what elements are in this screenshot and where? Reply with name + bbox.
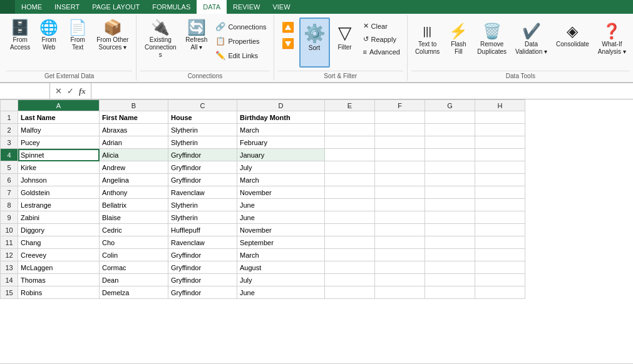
cell[interactable]: Slytherin (168, 136, 237, 149)
row-header-7[interactable]: 7 (1, 186, 18, 199)
cell[interactable]: Alicia (100, 149, 168, 161)
row-header-1[interactable]: 1 (1, 111, 18, 124)
col-header-c[interactable]: C (168, 100, 237, 111)
cell[interactable]: Abraxas (100, 124, 168, 136)
cell[interactable] (325, 286, 375, 299)
cell-reference-box[interactable] (0, 83, 50, 99)
connections-button[interactable]: 🔗 Connections (212, 20, 269, 33)
cell[interactable]: Adrian (100, 136, 168, 149)
row-header-12[interactable]: 12 (1, 249, 18, 261)
cell[interactable] (425, 161, 475, 174)
cell[interactable] (425, 261, 475, 274)
col-header-g[interactable]: G (425, 100, 475, 111)
cell[interactable] (425, 286, 475, 299)
cell[interactable] (375, 261, 425, 274)
cell[interactable] (475, 124, 525, 136)
cell[interactable] (375, 224, 425, 236)
from-access-button[interactable]: 🗄️ FromAccess (6, 18, 34, 68)
cell[interactable]: February (237, 136, 325, 149)
what-if-analysis-button[interactable]: ❓ What-IfAnalysis ▾ (594, 18, 630, 68)
remove-duplicates-button[interactable]: 🗑️ RemoveDuplicates (473, 18, 510, 68)
cell[interactable] (425, 249, 475, 261)
cell[interactable]: Gryffindor (168, 261, 237, 274)
cell[interactable]: Cho (100, 236, 168, 249)
cell[interactable]: Andrew (100, 161, 168, 174)
cell[interactable] (475, 224, 525, 236)
text-to-columns-button[interactable]: ⫼ Text toColumns (411, 18, 443, 68)
cell[interactable]: Gryffindor (168, 286, 237, 299)
cell[interactable] (425, 199, 475, 211)
cell[interactable] (475, 136, 525, 149)
menu-page-layout[interactable]: PAGE LAYOUT (86, 0, 146, 14)
cell[interactable]: Dean (100, 274, 168, 286)
cell[interactable]: Slytherin (168, 124, 237, 136)
cell[interactable]: Gryffindor (168, 249, 237, 261)
cell[interactable]: Malfoy (18, 124, 100, 136)
cell[interactable]: Johnson (18, 174, 100, 186)
cell[interactable]: November (237, 224, 325, 236)
reapply-button[interactable]: ↺ Reapply (360, 33, 403, 45)
menu-data[interactable]: DATA (197, 0, 227, 14)
insert-function-icon[interactable]: fx (78, 86, 87, 96)
col-header-e[interactable]: E (325, 100, 375, 111)
cell[interactable] (325, 236, 375, 249)
cell[interactable]: Zabini (18, 211, 100, 224)
row-header-4[interactable]: 4 (1, 149, 18, 161)
properties-button[interactable]: 📋 Properties (212, 34, 269, 48)
cell[interactable] (475, 236, 525, 249)
cell[interactable]: June (237, 211, 325, 224)
cell[interactable] (475, 249, 525, 261)
col-header-d[interactable]: D (237, 100, 325, 111)
sort-az-button[interactable]: 🔼 (279, 20, 297, 34)
cell[interactable]: Robins (18, 286, 100, 299)
cell[interactable]: Lestrange (18, 199, 100, 211)
clear-button[interactable]: ✕ Clear (360, 20, 403, 32)
cell[interactable]: Bellatrix (100, 199, 168, 211)
cell[interactable] (475, 149, 525, 161)
cell[interactable] (375, 149, 425, 161)
cell[interactable]: Ravenclaw (168, 236, 237, 249)
cell[interactable]: Chang (18, 236, 100, 249)
cell[interactable]: July (237, 161, 325, 174)
cell[interactable] (375, 111, 425, 124)
col-header-f[interactable]: F (375, 100, 425, 111)
row-header-10[interactable]: 10 (1, 224, 18, 236)
consolidate-button[interactable]: ◈ Consolidate (552, 18, 593, 68)
cell[interactable] (475, 199, 525, 211)
row-header-15[interactable]: 15 (1, 286, 18, 299)
cell[interactable] (475, 211, 525, 224)
cell[interactable]: Thomas (18, 274, 100, 286)
cell[interactable] (425, 149, 475, 161)
cell[interactable]: Slytherin (168, 211, 237, 224)
cell[interactable] (325, 174, 375, 186)
cell[interactable]: Blaise (100, 211, 168, 224)
cell[interactable] (475, 186, 525, 199)
cell[interactable]: Pucey (18, 136, 100, 149)
cell[interactable] (425, 111, 475, 124)
file-menu[interactable] (0, 0, 15, 14)
cell[interactable]: Kirke (18, 161, 100, 174)
sort-button[interactable]: ⚙️ Sort (299, 18, 330, 68)
row-header-14[interactable]: 14 (1, 274, 18, 286)
cell[interactable] (375, 274, 425, 286)
cell[interactable]: House (168, 111, 237, 124)
menu-home[interactable]: HOME (15, 0, 48, 14)
cell[interactable]: Cedric (100, 224, 168, 236)
cell[interactable] (325, 224, 375, 236)
cell[interactable]: Gryffindor (168, 149, 237, 161)
cell[interactable] (375, 286, 425, 299)
cell[interactable] (325, 186, 375, 199)
cell[interactable] (325, 199, 375, 211)
cell[interactable]: Demelza (100, 286, 168, 299)
advanced-button[interactable]: ≡ Advanced (360, 46, 403, 58)
cell[interactable]: Gryffindor (168, 274, 237, 286)
formula-input[interactable] (91, 83, 633, 99)
cell[interactable] (425, 186, 475, 199)
cell[interactable] (325, 261, 375, 274)
cell[interactable]: Last Name (18, 111, 100, 124)
cell[interactable] (325, 274, 375, 286)
from-web-button[interactable]: 🌐 FromWeb (35, 18, 63, 68)
menu-review[interactable]: REVIEW (227, 0, 266, 14)
existing-connections-button[interactable]: 🔌 ExistingConnections (140, 18, 180, 68)
sort-za-button[interactable]: 🔽 (279, 36, 297, 51)
